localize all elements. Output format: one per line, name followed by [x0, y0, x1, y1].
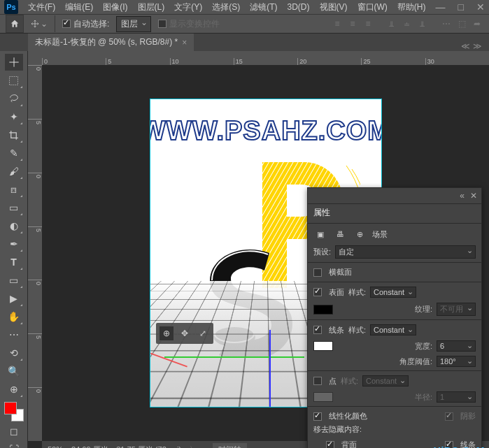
share-icon[interactable]: ➦: [471, 17, 483, 30]
dodge-tool[interactable]: ◐: [5, 217, 23, 234]
menu-help[interactable]: 帮助(H): [397, 1, 426, 13]
menu-edit[interactable]: 编辑(E): [65, 1, 93, 13]
camera-3d-tool[interactable]: ⊕: [5, 381, 23, 398]
document-tab[interactable]: 未标题-1-恢复的 @ 50% (s, RGB/8#) * ×: [28, 34, 194, 51]
panel-close-icon[interactable]: ✕: [470, 191, 477, 201]
pen-tool[interactable]: ✒: [5, 236, 23, 252]
cross-section-label: 横截面: [329, 267, 352, 277]
scene-icon[interactable]: ▣: [313, 228, 327, 240]
eyedropper-tool[interactable]: ✎: [5, 145, 23, 161]
3d-scale-icon[interactable]: ⤢: [195, 326, 211, 341]
angle-select[interactable]: 180°: [437, 356, 476, 367]
surface-color-swatch[interactable]: [313, 305, 333, 315]
points-checkbox[interactable]: [313, 377, 322, 385]
tab-close-icon[interactable]: ×: [182, 38, 187, 48]
preset-select[interactable]: 自定: [335, 245, 476, 259]
width-label: 宽度:: [415, 341, 432, 352]
menu-filter[interactable]: 滤镜(T): [250, 1, 277, 13]
color-swatches[interactable]: [4, 402, 24, 421]
align-bottom-icon[interactable]: ⫫: [416, 17, 429, 30]
menu-3d[interactable]: 3D(D): [288, 2, 310, 12]
footer-credit: UiBQ.CoM: [434, 445, 485, 448]
linearize-label: 线性化颜色: [329, 411, 367, 421]
menu-window[interactable]: 窗口(W): [357, 1, 388, 13]
align-middle-icon[interactable]: ⫨: [401, 17, 413, 30]
document-dimensions[interactable]: 24.69 厘米 x 31.75 厘米 (72 ppi): [71, 445, 181, 449]
window-maximize-icon[interactable]: □: [458, 1, 464, 13]
home-button[interactable]: [6, 15, 24, 33]
3d-transform-widget: ⊕ ✥ ⤢: [156, 323, 213, 344]
print-icon[interactable]: 🖶: [333, 228, 347, 240]
angle-label: 角度阈值:: [399, 356, 432, 367]
shape-tool[interactable]: ▭: [5, 272, 23, 289]
move-tool[interactable]: [5, 54, 23, 71]
width-select[interactable]: 6: [437, 340, 476, 352]
coord-icon[interactable]: ⊕: [353, 228, 367, 240]
menu-view[interactable]: 视图(V): [320, 1, 348, 13]
align-right-icon[interactable]: ≡: [362, 17, 374, 30]
marquee-tool[interactable]: [5, 72, 23, 89]
document-tab-bar: 未标题-1-恢复的 @ 50% (s, RGB/8#) * × ≪ ≫: [0, 34, 489, 51]
foreground-color-swatch[interactable]: [4, 402, 17, 414]
lines-checkbox[interactable]: [313, 326, 322, 334]
align-center-h-icon[interactable]: ≡: [346, 17, 359, 30]
preset-label: 预设:: [313, 247, 331, 257]
timeline-tab-button[interactable]: 时间轴: [213, 443, 247, 449]
backface-checkbox[interactable]: [326, 441, 334, 449]
crop-tool[interactable]: [5, 127, 23, 143]
auto-select-checkbox[interactable]: 自动选择:: [62, 18, 109, 30]
svg-rect-0: [10, 76, 18, 85]
3d-pan-icon[interactable]: ✥: [177, 326, 192, 341]
auto-select-target-select[interactable]: 图层: [116, 16, 151, 32]
toolbox: ✦ ✎ 🖌 ⧈ ▭ ◐ ✒ T ▭ ▶ ✋ ⋯ ⟲ 🔍 ⊕ ◻ ⛶: [0, 51, 28, 448]
screenmode-tool[interactable]: ⛶: [5, 441, 23, 448]
rotate-3d-tool[interactable]: ⟲: [5, 345, 23, 361]
ellipsis-tool[interactable]: ⋯: [5, 326, 23, 343]
lasso-tool[interactable]: [5, 90, 23, 107]
surface-style-select[interactable]: Constant: [370, 287, 416, 298]
ruler-horizontal[interactable]: 0 5 10 15 20 25 30: [42, 51, 489, 65]
menu-image[interactable]: 图像(I): [103, 1, 127, 13]
hand-tool[interactable]: ✋: [5, 308, 23, 325]
clone-stamp-tool[interactable]: ⧈: [5, 181, 23, 198]
window-close-icon[interactable]: ✕: [476, 1, 485, 13]
points-color-swatch: [313, 392, 333, 402]
show-transform-checkbox[interactable]: 显示变换控件: [158, 18, 220, 30]
brush-tool[interactable]: 🖌: [5, 163, 23, 180]
tab-next-icon[interactable]: ≫: [473, 41, 482, 51]
gradient-tool[interactable]: ▭: [5, 199, 23, 216]
auto-select-label: 自动选择:: [73, 19, 109, 29]
menu-select[interactable]: 选择(S): [212, 1, 240, 13]
axis-z-icon: [269, 330, 271, 407]
panel-collapse-icon[interactable]: «: [460, 191, 465, 201]
quickmask-tool[interactable]: ◻: [5, 423, 23, 440]
panel-title: 属性: [308, 203, 481, 222]
lines-style-select[interactable]: Constant: [370, 324, 416, 335]
zoom-tool[interactable]: 🔍: [5, 363, 23, 380]
menu-layer[interactable]: 图层(L): [138, 1, 165, 13]
lines-color-swatch[interactable]: [313, 341, 333, 351]
align-icons-group: ≡ ≡ ≡ ⫫ ⫨ ⫫ ⋯ ⬚ ➦: [331, 17, 483, 30]
tab-prev-icon[interactable]: ≪: [461, 41, 470, 51]
move-tool-icon[interactable]: ⌄: [31, 15, 48, 32]
align-left-icon[interactable]: ≡: [331, 17, 343, 30]
points-label: 点: [329, 376, 336, 386]
ruler-vertical[interactable]: 0 5 0 5 0 5 0: [28, 65, 42, 441]
magic-wand-tool[interactable]: ✦: [5, 108, 23, 125]
menu-file[interactable]: 文件(F): [28, 1, 55, 13]
menu-type[interactable]: 文字(Y): [174, 1, 202, 13]
type-tool[interactable]: T: [5, 254, 23, 270]
texture-label: 纹理:: [415, 304, 432, 315]
scene-label: 场景: [372, 229, 388, 240]
zoom-level[interactable]: 50%: [48, 445, 63, 448]
3d-orbit-icon[interactable]: ⊕: [159, 326, 174, 341]
linearize-checkbox[interactable]: [313, 412, 322, 421]
radius-label: 半径:: [415, 392, 432, 403]
align-top-icon[interactable]: ⫫: [385, 17, 398, 30]
window-minimize-icon[interactable]: —: [436, 1, 446, 13]
cross-section-checkbox[interactable]: [313, 268, 322, 277]
surface-checkbox[interactable]: [313, 288, 322, 296]
path-select-tool[interactable]: ▶: [5, 290, 23, 307]
3d-mode-icon[interactable]: ⬚: [455, 17, 468, 30]
distribute-h-icon[interactable]: ⋯: [440, 17, 453, 30]
